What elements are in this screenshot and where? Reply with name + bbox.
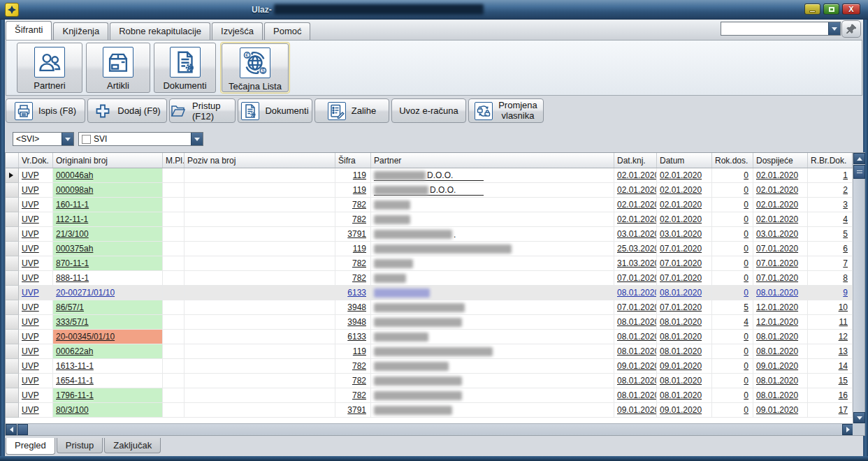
cell-datum-value[interactable]: 08.01.2020	[660, 390, 702, 400]
cell-sifra-value[interactable]: 119	[353, 185, 366, 195]
cell-originalni-broj-value[interactable]: 888-11-1	[56, 273, 89, 283]
cell-sifra-value[interactable]: 119	[353, 244, 366, 254]
cell-datum-value[interactable]: 02.01.2020	[660, 214, 702, 224]
action-button-uvoz-e-ra-una[interactable]: Uvoz e-računa	[391, 98, 466, 123]
column-header-originalni-broj[interactable]: Originalni broj	[53, 153, 163, 168]
cell-dospijece-value[interactable]: 08.01.2020	[756, 376, 798, 386]
cell-dat-knj-value[interactable]: 08.01.2020	[617, 288, 657, 298]
cell-r-br-dok-value[interactable]: 15	[839, 376, 848, 386]
column-header-r-br-dok-[interactable]: R.Br.Dok.	[808, 153, 853, 168]
vertical-scroll-thumb[interactable]	[853, 165, 865, 179]
cell-dospijece-value[interactable]: 07.01.2020	[756, 273, 798, 283]
cell-datum-value[interactable]: 07.01.2020	[660, 302, 702, 312]
cell-r-br-dok-value[interactable]: 9	[843, 288, 848, 298]
table-row[interactable]: UVP20-00345/01/10613308.01.202008.01.202…	[6, 330, 865, 344]
cell-sifra-value[interactable]: 3791	[347, 405, 366, 415]
cell-r-br-dok-value[interactable]: 7	[843, 258, 848, 268]
column-header-rok-dos-[interactable]: Rok.dos.	[712, 153, 753, 168]
cell-r-br-dok-value[interactable]: 16	[839, 390, 848, 400]
action-button-dodaj-f9-[interactable]: Dodaj (F9)	[87, 98, 167, 123]
cell-vr-dok-value[interactable]: UVP	[22, 405, 39, 415]
big-button-artikli[interactable]: Artikli	[86, 43, 150, 93]
cell-dat-knj-value[interactable]: 08.01.2020	[617, 332, 657, 342]
partner-content[interactable]	[374, 332, 428, 342]
partner-content[interactable]	[374, 258, 413, 269]
cell-vr-dok-value[interactable]: UVP	[22, 214, 39, 224]
cell-dat-knj-value[interactable]: 08.01.2020	[617, 317, 657, 327]
cell-r-br-dok-value[interactable]: 11	[839, 317, 848, 327]
cell-datum-value[interactable]: 08.01.2020	[660, 332, 702, 342]
table-row[interactable]: UVP000098ah119D.O.O.02.01.202002.01.2020…	[6, 183, 865, 198]
cell-datum-value[interactable]: 02.01.2020	[660, 185, 702, 195]
cell-r-br-dok-value[interactable]: 13	[839, 346, 848, 356]
cell-originalni-broj-value[interactable]: 86/57/1	[56, 302, 84, 312]
partner-content[interactable]	[374, 405, 452, 416]
cell-datum-value[interactable]: 08.01.2020	[660, 288, 702, 298]
cell-r-br-dok-value[interactable]: 14	[839, 361, 848, 371]
action-button-dokumenti[interactable]: Dokumenti	[238, 98, 312, 123]
quick-search-combo[interactable]	[721, 22, 841, 36]
column-header-datum[interactable]: Datum	[657, 153, 712, 168]
cell-rok-dos-value[interactable]: 0	[744, 405, 748, 415]
cell-r-br-dok-value[interactable]: 2	[843, 185, 848, 195]
cell-vr-dok-value[interactable]: UVP	[22, 170, 39, 180]
tab-robne-rekapitulacije[interactable]: Robne rekapitulacije	[110, 22, 210, 40]
cell-datum-value[interactable]: 02.01.2020	[660, 170, 702, 180]
cell-rok-dos-value[interactable]: 0	[744, 214, 748, 224]
bottom-tab-pregled[interactable]: Pregled	[6, 438, 55, 455]
cell-dat-knj-value[interactable]: 25.03.2020	[617, 244, 657, 254]
cell-r-br-dok-value[interactable]: 6	[843, 244, 848, 254]
cell-originalni-broj-value[interactable]: 112-11-1	[56, 214, 88, 224]
partner-content[interactable]	[374, 273, 406, 284]
partner-content[interactable]	[374, 376, 462, 386]
cell-vr-dok-value[interactable]: UVP	[22, 390, 39, 400]
cell-rok-dos-value[interactable]: 0	[744, 170, 748, 180]
vertical-scrollbar[interactable]	[853, 153, 865, 423]
cell-sifra-value[interactable]: 6133	[347, 332, 366, 342]
cell-rok-dos-value[interactable]: 4	[744, 317, 748, 327]
cell-r-br-dok-value[interactable]: 10	[839, 302, 848, 312]
cell-dat-knj-value[interactable]: 08.01.2020	[617, 390, 657, 400]
cell-vr-dok-value[interactable]: UVP	[22, 346, 39, 356]
scroll-up-icon[interactable]	[853, 153, 865, 164]
cell-vr-dok-value[interactable]: UVP	[22, 288, 39, 298]
scroll-down-icon[interactable]	[853, 412, 865, 423]
cell-dat-knj-value[interactable]: 02.01.2020	[617, 170, 657, 180]
cell-dospijece-value[interactable]: 07.01.2020	[756, 258, 798, 268]
cell-rok-dos-value[interactable]: 0	[744, 361, 748, 371]
table-row[interactable]: UVP86/57/1394807.01.202007.01.2020512.01…	[6, 300, 865, 315]
cell-dat-knj-value[interactable]: 07.01.2020	[617, 273, 657, 283]
column-header-m-pl-[interactable]: M.Pl.	[163, 153, 185, 168]
table-row[interactable]: UVP870-11-178231.03.202007.01.2020007.01…	[6, 256, 865, 271]
table-row[interactable]: UVP000622ah11908.01.202008.01.2020008.01…	[6, 344, 865, 359]
cell-sifra-value[interactable]: 3948	[347, 302, 366, 312]
column-header--ifra[interactable]: Šifra	[335, 153, 371, 168]
cell-datum-value[interactable]: 03.01.2020	[660, 229, 702, 239]
cell-originalni-broj-value[interactable]: 1796-11-1	[56, 390, 94, 400]
cell-r-br-dok-value[interactable]: 1	[843, 170, 848, 180]
partner-content[interactable]: .	[374, 229, 456, 240]
tab--ifranti[interactable]: Šifranti	[6, 21, 52, 40]
column-header-dat-knj-[interactable]: Dat.knj.	[614, 153, 657, 168]
cell-vr-dok-value[interactable]: UVP	[22, 200, 39, 210]
partner-content[interactable]	[374, 214, 410, 225]
cell-originalni-broj-value[interactable]: 1654-11-1	[56, 376, 94, 386]
cell-originalni-broj-value[interactable]: 80/3/100	[56, 405, 89, 415]
table-row[interactable]: UVP000046ah119D.O.O.02.01.202002.01.2020…	[6, 168, 865, 183]
cell-rok-dos-value[interactable]: 0	[744, 288, 748, 298]
cell-rok-dos-value[interactable]: 0	[744, 273, 748, 283]
cell-rok-dos-value[interactable]: 0	[744, 200, 748, 210]
big-button-dokumenti[interactable]: Dokumenti	[154, 43, 216, 93]
cell-datum-value[interactable]: 07.01.2020	[660, 244, 702, 254]
cell-sifra-value[interactable]: 119	[353, 346, 366, 356]
cell-vr-dok-value[interactable]: UVP	[22, 317, 39, 327]
action-button-pristup-f12-[interactable]: Pristup (F12)	[169, 98, 236, 123]
scroll-right-icon[interactable]	[842, 424, 853, 435]
cell-dospijece-value[interactable]: 07.01.2020	[756, 244, 798, 254]
minimize-button[interactable]	[804, 3, 820, 15]
table-row[interactable]: UVP160-11-178202.01.202002.01.2020002.01…	[6, 198, 865, 212]
cell-sifra-value[interactable]: 3948	[347, 317, 366, 327]
horizontal-scrollbar[interactable]	[6, 423, 853, 435]
tab-izvje-a[interactable]: Izvješća	[212, 22, 263, 40]
column-header-indicator[interactable]	[6, 153, 19, 168]
